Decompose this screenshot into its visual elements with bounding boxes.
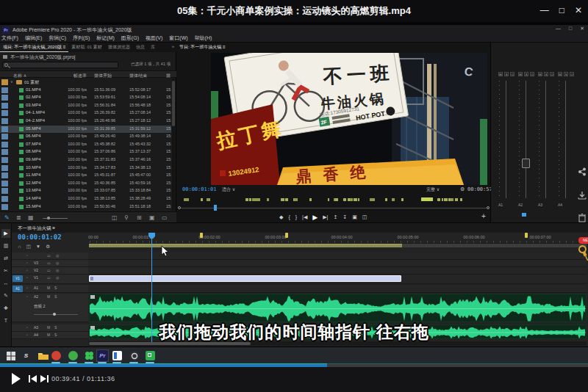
mute-button[interactable]: M <box>47 286 50 290</box>
track-header[interactable]: ▫▭◎ <box>12 253 88 260</box>
premiere-close-button[interactable]: ✕ <box>580 26 584 32</box>
track-select-tool[interactable]: ▥ <box>1 242 10 250</box>
hand-tool[interactable]: ✚ <box>1 304 10 313</box>
slip-tool[interactable]: ↔ <box>1 279 10 288</box>
list-item[interactable]: 03.MP4100.00 fps15:56:31:8415:56:48:1815… <box>0 102 171 109</box>
eye-icon[interactable]: ◎ <box>56 261 59 265</box>
list-item[interactable]: 14.MP4100.00 fps15:38:13:8515:38:28:4915… <box>0 195 171 203</box>
play-button[interactable]: ▶ <box>312 214 318 221</box>
download-icon[interactable] <box>578 191 587 200</box>
snap-icon[interactable]: ∩ <box>18 244 21 250</box>
list-item[interactable]: 04-1.MP4100.00 fps15:26:39:8215:27:08:14… <box>0 109 171 117</box>
project-tab[interactable]: 项目: 不一班牛油火锅_2020版 ≡ <box>0 43 68 52</box>
track-lane[interactable] <box>88 260 587 267</box>
player-close-button[interactable]: ✕ <box>575 5 582 15</box>
menu-item[interactable]: 图形(G) <box>121 35 139 43</box>
lock-icon[interactable]: ▫ <box>26 275 28 280</box>
target-icon[interactable]: ▭ <box>47 253 51 258</box>
strip-M-button[interactable]: M <box>558 72 562 76</box>
zoom-level-select[interactable]: 适合 ∨ <box>222 186 235 193</box>
premiere-app[interactable]: Pr <box>96 349 109 362</box>
sequence-marker[interactable] <box>525 233 528 238</box>
new-bin-icon[interactable]: ⊞ <box>137 214 142 222</box>
list-item[interactable]: 12.MP4100.00 fps15:40:36:8515:40:59:1615… <box>0 180 171 187</box>
mark-out-button[interactable]: } <box>295 214 297 219</box>
track-lane[interactable] <box>88 285 587 293</box>
project-column-headers[interactable]: 名称 ∧帧速率媒体开始媒体结束媒 <box>0 70 176 78</box>
video-clip[interactable]: 05.MP4 <box>89 275 401 282</box>
add-marker-button[interactable]: ◆ <box>279 214 283 220</box>
export-frame-button[interactable]: ▣ <box>352 214 357 220</box>
list-item[interactable]: 06.MP4100.00 fps15:49:26:4015:49:38:1415… <box>0 133 171 140</box>
track-header[interactable]: V1▫V1▭◎ <box>12 275 88 284</box>
premiere-maximize-button[interactable]: □ <box>569 26 572 32</box>
menu-item[interactable]: 文件(F) <box>1 35 18 43</box>
strip-S-button[interactable]: S <box>564 72 568 76</box>
list-item[interactable]: 15.MP4100.00 fps15:50:30:4615:51:18:1815… <box>0 203 171 211</box>
program-monitor-tab[interactable]: 节目: 不一班牛油火锅 ≡ <box>179 44 226 51</box>
step-forward-button[interactable]: ▶| <box>323 214 328 220</box>
track-volume-slider[interactable] <box>34 314 78 315</box>
list-item[interactable]: 10.MP4100.00 fps15:34:17:8315:34:38:1315… <box>0 164 171 172</box>
program-scrub-bar[interactable] <box>176 205 491 211</box>
eye-icon[interactable]: ◎ <box>56 253 59 258</box>
add-marker-icon[interactable]: ▼ <box>36 244 40 250</box>
menu-item[interactable]: 窗口(W) <box>169 35 187 43</box>
play-button[interactable] <box>11 372 21 385</box>
program-playhead[interactable] <box>214 205 217 211</box>
list-item[interactable]: 09.MP4100.00 fps15:37:31:8315:37:46:1615… <box>0 156 171 164</box>
fader-track[interactable] <box>545 81 546 198</box>
strip-M-button[interactable]: M <box>498 72 503 76</box>
menu-item[interactable]: 标记(M) <box>96 35 115 43</box>
fader-track[interactable] <box>526 81 526 198</box>
timeline-settings-icon[interactable]: ⚙ <box>46 244 50 250</box>
list-view-icon[interactable]: ≣ <box>16 214 21 222</box>
target-icon[interactable]: ▭ <box>47 268 51 272</box>
zoom-slider-handle[interactable] <box>47 217 50 219</box>
list-item[interactable]: ∨01 素材 <box>0 79 171 86</box>
pen-tool[interactable]: ✎ <box>1 291 10 300</box>
lock-icon[interactable]: ▫ <box>26 268 28 272</box>
new-item-icon[interactable]: ▣ <box>149 214 155 222</box>
browser-app[interactable] <box>50 349 62 362</box>
tab-overflow-icon[interactable]: » <box>170 43 176 52</box>
share-icon[interactable] <box>578 167 587 176</box>
player-maximize-button[interactable]: □ <box>559 5 564 15</box>
project-tab[interactable]: 信息 <box>133 43 148 52</box>
timeline-sequence-tab[interactable]: 不一班牛油火锅 ≡ <box>18 225 55 232</box>
automate-to-sequence-icon[interactable]: ◫ <box>112 214 118 222</box>
menu-item[interactable]: 编辑(E) <box>25 35 42 43</box>
mute-button[interactable]: M <box>47 294 50 299</box>
mark-in-button[interactable]: { <box>288 214 290 219</box>
extract-button[interactable]: ↧ <box>343 214 347 220</box>
lock-icon[interactable]: ▫ <box>26 253 28 258</box>
lock-icon[interactable]: ▫ <box>26 294 28 299</box>
next-button[interactable] <box>40 374 49 383</box>
scrub-right-handle[interactable] <box>487 206 490 209</box>
strip-O-button[interactable]: O <box>510 72 514 76</box>
track-lane[interactable] <box>88 267 587 275</box>
track-volume-handle[interactable] <box>53 313 56 316</box>
project-tab[interactable]: 素材箱: 01 素材 <box>68 43 105 52</box>
solo-button[interactable]: S <box>54 294 57 299</box>
selection-tool[interactable]: ▶ <box>1 229 10 238</box>
list-item[interactable]: 13.MP4100.00 fps15:33:07:8515:33:18:8415… <box>0 187 171 195</box>
track-header[interactable]: ▫A2MS音频 2 <box>12 294 88 322</box>
target-icon[interactable]: ▭ <box>47 275 51 280</box>
compare-view-button[interactable]: ◫ <box>362 214 368 220</box>
timeline-ruler[interactable]: 00:0000:00:01:0000:00:02:0000:00:03:0000… <box>88 233 587 244</box>
sequence-marker[interactable] <box>200 233 203 238</box>
solo-button[interactable]: S <box>54 286 57 290</box>
strip-S-button[interactable]: S <box>544 72 548 76</box>
trash-icon[interactable] <box>578 213 587 222</box>
project-tab[interactable]: 媒体浏览器 <box>105 43 133 52</box>
menu-item[interactable]: 序列(S) <box>73 35 90 43</box>
target-icon[interactable]: ▭ <box>47 261 51 265</box>
project-tab[interactable]: 库 <box>148 43 158 52</box>
project-file-row[interactable]: 不一班牛油火锅_2020版.prproj <box>3 54 76 61</box>
clear-icon[interactable]: ▭ <box>162 214 168 222</box>
menu-item[interactable]: 视图(V) <box>146 35 162 43</box>
track-header[interactable]: ▫V2▭◎ <box>12 267 88 275</box>
project-clip-list[interactable]: ∨01 素材01.MP4100.00 fps15:51:36:0915:52:0… <box>0 79 171 211</box>
button-editor-plus[interactable]: + <box>481 212 486 220</box>
